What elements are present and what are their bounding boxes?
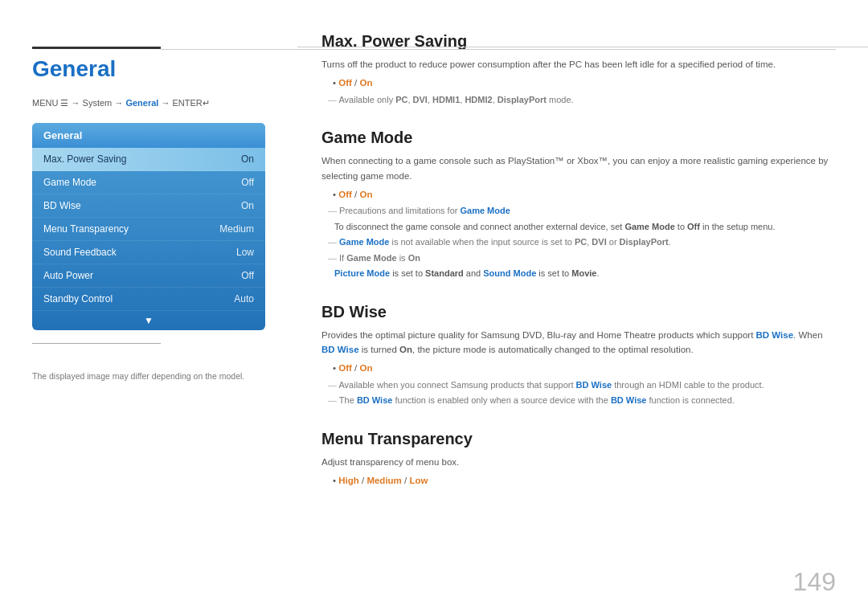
menu-panel-header: General <box>32 123 265 148</box>
sidebar: General MENU ☰ → System → General → ENTE… <box>0 0 297 613</box>
note-picture-mode-standard: Picture Mode is set to Standard and Soun… <box>334 267 836 280</box>
section-title-game-mode: Game Mode <box>321 129 836 147</box>
menu-item-label: BD Wise <box>43 200 81 211</box>
menu-item-label: Sound Feedback <box>43 247 117 258</box>
section-game-mode: Game Mode When connecting to a game cons… <box>321 129 836 280</box>
breadcrumb-enter: ENTER↵ <box>172 98 209 108</box>
menu-item-bd-wise[interactable]: BD Wise On <box>32 194 265 218</box>
section-desc-game-mode: When connecting to a game console such a… <box>321 153 836 183</box>
menu-item-value: On <box>241 153 254 165</box>
bullet-off-on-bd-wise: Off / On <box>333 362 836 375</box>
breadcrumb-menu-icon: ☰ <box>60 98 68 108</box>
menu-scroll-down[interactable]: ▼ <box>32 311 265 330</box>
section-title-max-power-saving: Max. Power Saving <box>321 32 836 51</box>
note-precautions-game-mode: Precautions and limitations for Game Mod… <box>321 204 836 218</box>
value-high: High <box>338 476 359 485</box>
value-off: Off <box>338 78 352 88</box>
section-bd-wise: BD Wise Provides the optimal picture qua… <box>321 303 836 407</box>
content-area: Max. Power Saving Turns off the product … <box>297 0 868 613</box>
menu-item-max-power-saving[interactable]: Max. Power Saving On <box>32 148 265 171</box>
value-medium: Medium <box>366 476 401 485</box>
breadcrumb-arrow3: → <box>161 98 172 108</box>
sidebar-divider <box>32 343 161 344</box>
breadcrumb-system: System <box>83 98 113 108</box>
menu-item-auto-power[interactable]: Auto Power Off <box>32 264 265 288</box>
menu-item-value: Auto <box>234 293 254 304</box>
menu-item-label: Auto Power <box>43 270 93 281</box>
top-divider-line <box>297 47 868 47</box>
sidebar-title: General <box>32 56 273 82</box>
note-game-mode-not-available: Game Mode is not available when the inpu… <box>321 235 836 249</box>
section-title-menu-transparency: Menu Transparency <box>321 430 836 448</box>
top-left-divider-thick <box>32 47 161 49</box>
value-on: On <box>359 78 372 88</box>
page-container: General MENU ☰ → System → General → ENTE… <box>0 0 868 613</box>
sidebar-note: The displayed image may differ depending… <box>32 371 273 381</box>
top-right-divider-thin <box>161 49 836 50</box>
menu-panel: General Max. Power Saving On Game Mode O… <box>32 123 265 330</box>
menu-item-standby-control[interactable]: Standby Control Auto <box>32 288 265 311</box>
breadcrumb: MENU ☰ → System → General → ENTER↵ <box>32 98 273 108</box>
value-on-bd: On <box>359 363 372 373</box>
breadcrumb-arrow2: → <box>114 98 125 108</box>
breadcrumb-arrow1: → <box>72 98 83 108</box>
menu-item-sound-feedback[interactable]: Sound Feedback Low <box>32 241 265 264</box>
section-desc-bd-wise: Provides the optimal picture quality for… <box>321 328 836 358</box>
bullet-high-medium-low: High / Medium / Low <box>333 474 836 488</box>
menu-item-label: Standby Control <box>43 293 113 304</box>
value-on-game: On <box>359 190 372 199</box>
menu-item-game-mode[interactable]: Game Mode Off <box>32 171 265 194</box>
section-desc-max-power-saving: Turns off the product to reduce power co… <box>321 57 836 72</box>
menu-item-label: Max. Power Saving <box>43 153 126 165</box>
breadcrumb-current: General <box>125 98 158 108</box>
section-max-power-saving: Max. Power Saving Turns off the product … <box>321 32 836 106</box>
value-off-bd: Off <box>338 363 352 373</box>
menu-item-value: Off <box>241 177 254 188</box>
page-number: 149 <box>793 567 836 597</box>
note-available-pc-dvi: Available only PC, DVI, HDMI1, HDMI2, Di… <box>321 93 836 107</box>
breadcrumb-menu: MENU <box>32 98 58 108</box>
menu-item-value: Medium <box>219 223 254 235</box>
value-off-game: Off <box>338 190 352 199</box>
menu-item-value: On <box>241 200 254 211</box>
menu-item-value: Low <box>236 247 254 258</box>
section-title-bd-wise: BD Wise <box>321 303 836 321</box>
note-bd-wise-enabled: The BD Wise function is enabled only whe… <box>321 394 836 407</box>
menu-item-value: Off <box>241 270 254 281</box>
section-menu-transparency: Menu Transparency Adjust transparency of… <box>321 430 836 488</box>
value-low: Low <box>409 476 428 485</box>
bullet-off-on-max-power: Off / On <box>333 76 836 90</box>
menu-item-label: Menu Transparency <box>43 223 129 235</box>
menu-item-label: Game Mode <box>43 177 96 188</box>
menu-item-menu-transparency[interactable]: Menu Transparency Medium <box>32 218 265 241</box>
note-if-game-mode-on: If Game Mode is On <box>321 251 836 265</box>
note-disconnect-game-mode: To disconnect the game console and conne… <box>334 220 836 234</box>
section-desc-menu-transparency: Adjust transparency of menu box. <box>321 455 836 469</box>
bullet-off-on-game-mode: Off / On <box>333 188 836 202</box>
note-bd-wise-available: Available when you connect Samsung produ… <box>321 378 836 392</box>
